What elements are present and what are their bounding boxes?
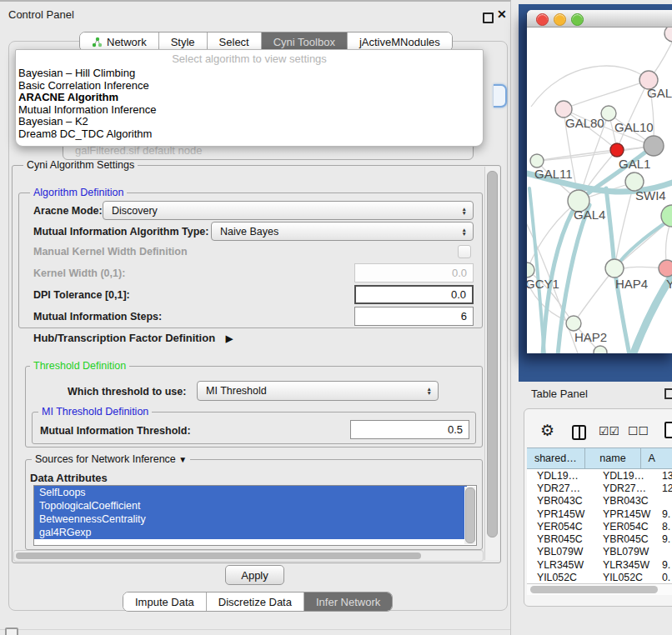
threshold-definition-title: Threshold Definition bbox=[30, 360, 129, 372]
columns-icon[interactable] bbox=[572, 425, 586, 440]
column-header-name[interactable]: name bbox=[585, 448, 642, 468]
network-window-titlebar[interactable] bbox=[527, 10, 672, 28]
network-edge[interactable] bbox=[537, 150, 617, 161]
gear-icon[interactable]: ⚙ bbox=[540, 421, 554, 440]
table-row[interactable]: YBR043CYBR043C bbox=[527, 495, 672, 508]
mi-type-combo[interactable]: Naive Bayes ▲▼ bbox=[211, 222, 474, 241]
network-node-gal10[interactable] bbox=[644, 136, 664, 156]
network-node-y[interactable] bbox=[659, 260, 672, 277]
algorithm-option-1[interactable]: Basic Correlation Inference bbox=[16, 80, 483, 92]
column-header-shared-name[interactable]: shared… bbox=[527, 448, 585, 468]
sources-group-title[interactable]: Sources for Network Inference ▼ bbox=[32, 453, 190, 465]
attribute-item-3[interactable]: gal4RGexp bbox=[34, 526, 467, 539]
algorithm-option-2[interactable]: ARACNE Algorithm bbox=[16, 92, 483, 104]
algorithm-dropdown-popup: Select algorithm to view settings Bayesi… bbox=[15, 49, 484, 147]
network-graph-icon bbox=[92, 37, 103, 48]
table-row[interactable]: YIL052CYIL052C0. bbox=[527, 571, 672, 583]
table-panel-float-icon[interactable] bbox=[664, 388, 672, 399]
aracne-mode-combo[interactable]: Discovery ▲▼ bbox=[103, 201, 474, 220]
network-node-gal1[interactable] bbox=[610, 143, 624, 157]
table-row[interactable]: YER054CYER054C8. bbox=[527, 520, 672, 532]
table-horizontal-scrollbar[interactable] bbox=[527, 583, 672, 595]
kernel-width-field[interactable]: 0.0 bbox=[354, 263, 474, 282]
manual-kernel-checkbox[interactable] bbox=[458, 245, 471, 258]
deselect-all-checkboxes-icon[interactable]: ☐☐ bbox=[628, 424, 649, 438]
tab-discretize-data[interactable]: Discretize Data bbox=[206, 592, 303, 611]
network-edge[interactable] bbox=[574, 268, 614, 323]
table-row[interactable]: YBR045CYBR045C9. bbox=[527, 532, 672, 545]
kernel-width-value: 0.0 bbox=[452, 267, 467, 279]
attribute-item-0[interactable]: SelfLoops bbox=[34, 486, 467, 499]
network-edge[interactable] bbox=[564, 80, 649, 109]
tab-jactivemnodules[interactable]: jActiveMNodules bbox=[347, 32, 452, 51]
tab-network[interactable]: Network bbox=[80, 32, 158, 51]
table-cell: YER054C bbox=[593, 521, 657, 532]
tab-select[interactable]: Select bbox=[207, 32, 261, 51]
collapse-down-icon[interactable]: ▼ bbox=[178, 455, 187, 464]
table-cell: 0. bbox=[657, 572, 672, 583]
dpi-tolerance-field[interactable]: 0.0 bbox=[354, 285, 474, 304]
mi-threshold-definition-title: MI Threshold Definition bbox=[38, 406, 152, 418]
table-horizontal-scrollbar-thumb[interactable] bbox=[530, 586, 658, 593]
algorithm-option-list: Bayesian – Hill ClimbingBasic Correlatio… bbox=[16, 68, 483, 140]
kernel-width-label: Kernel Width (0,1): bbox=[33, 268, 125, 279]
mi-threshold-value: 0.5 bbox=[448, 423, 463, 436]
settings-horizontal-scrollbar[interactable] bbox=[13, 550, 484, 562]
table-panel-header: Table Panel bbox=[511, 382, 672, 405]
network-edge[interactable] bbox=[617, 80, 649, 150]
attributes-scrollbar[interactable] bbox=[464, 487, 475, 544]
expand-right-icon[interactable]: ▶ bbox=[226, 333, 233, 343]
table-cell: YPR145W bbox=[527, 508, 593, 520]
control-panel: Control Panel ✕ Network Style S bbox=[0, 0, 511, 635]
zoom-traffic-light-icon[interactable] bbox=[571, 13, 584, 26]
tab-cyni-toolbox[interactable]: Cyni Toolbox bbox=[261, 32, 347, 51]
settings-group-title: Cyni Algorithm Settings bbox=[23, 159, 138, 171]
table-row[interactable]: YPR145WYPR145W9. bbox=[527, 508, 672, 520]
network-node-hap2[interactable] bbox=[566, 316, 581, 331]
algorithm-option-0[interactable]: Bayesian – Hill Climbing bbox=[16, 68, 483, 80]
table-row[interactable]: YLR345WYLR345W9. bbox=[527, 558, 672, 571]
algorithm-option-5[interactable]: Dream8 DC_TDC Algorithm bbox=[16, 128, 483, 141]
settings-vertical-scrollbar-thumb[interactable] bbox=[487, 171, 498, 538]
attributes-scrollbar-thumb[interactable] bbox=[465, 488, 475, 543]
algorithm-option-4[interactable]: Bayesian – K2 bbox=[16, 116, 483, 128]
minimize-traffic-light-icon[interactable] bbox=[554, 13, 566, 26]
network-node[interactable] bbox=[664, 28, 672, 42]
panel-bottom-divider bbox=[0, 629, 510, 630]
export-table-icon[interactable] bbox=[664, 422, 672, 438]
which-threshold-combo[interactable]: MI Threshold ▲▼ bbox=[197, 381, 439, 401]
settings-vertical-scrollbar[interactable] bbox=[484, 167, 499, 560]
network-node-hap4[interactable] bbox=[605, 259, 624, 278]
network-node-gal80[interactable] bbox=[555, 101, 572, 118]
attribute-item-2[interactable]: BetweennessCentrality bbox=[34, 512, 467, 526]
settings-horizontal-scrollbar-thumb[interactable] bbox=[16, 552, 421, 559]
attribute-item-1[interactable]: TopologicalCoefficient bbox=[34, 499, 467, 512]
tab-infer-network[interactable]: Infer Network bbox=[303, 592, 392, 611]
tab-impute-data[interactable]: Impute Data bbox=[123, 592, 206, 611]
mi-steps-field[interactable]: 6 bbox=[354, 307, 474, 326]
close-icon[interactable]: ✕ bbox=[497, 8, 507, 21]
network-node-gal11[interactable] bbox=[530, 154, 544, 168]
tab-style[interactable]: Style bbox=[158, 32, 207, 51]
sources-title-text: Sources for Network Inference bbox=[35, 453, 176, 465]
apply-button[interactable]: Apply bbox=[225, 565, 284, 585]
data-attributes-list[interactable]: SelfLoopsTopologicalCoefficientBetweenne… bbox=[33, 485, 477, 546]
network-node[interactable] bbox=[601, 106, 616, 121]
column-header-partial[interactable]: A bbox=[641, 448, 672, 468]
hub-section-label[interactable]: Hub/Transcription Factor Definition ▶ bbox=[33, 332, 233, 344]
algorithm-option-3[interactable]: Mutual Information Inference bbox=[16, 104, 483, 117]
table-cell: YDL19… bbox=[593, 470, 657, 482]
network-canvas[interactable]: GALGAL80GAL10GAL1GAL11SWI4GAL4GCY1HAP4YH… bbox=[527, 28, 672, 353]
float-window-icon[interactable] bbox=[483, 12, 494, 23]
close-traffic-light-icon[interactable] bbox=[536, 13, 549, 26]
mi-threshold-field[interactable]: 0.5 bbox=[350, 420, 469, 439]
table-row[interactable]: YBL079WYBL079W bbox=[527, 546, 672, 558]
table-row[interactable]: YDR27…YDR27…12 bbox=[527, 482, 672, 494]
stepper-arrows-icon: ▲▼ bbox=[462, 228, 467, 236]
focused-combo-fragment[interactable] bbox=[494, 84, 507, 108]
table-row[interactable]: YDL19…YDL19…13 bbox=[527, 469, 672, 482]
dpi-tolerance-label: DPI Tolerance [0,1]: bbox=[33, 289, 130, 301]
aracne-mode-label: Aracne Mode: bbox=[33, 205, 103, 217]
network-node[interactable] bbox=[594, 346, 607, 353]
select-all-checkboxes-icon[interactable]: ☑☑ bbox=[599, 424, 619, 438]
